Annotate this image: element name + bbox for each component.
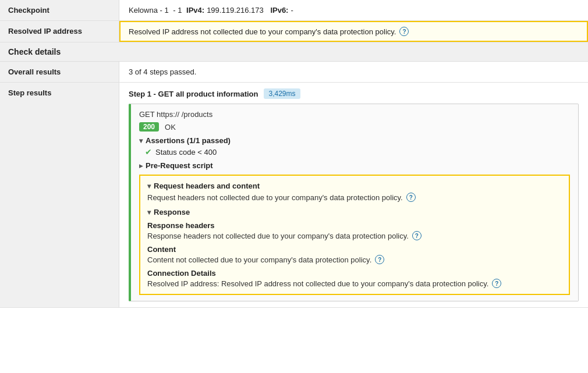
response-subheader: Response bbox=[147, 208, 562, 216]
assertions-section: Assertions (1/1 passed) ✔ Status code < … bbox=[139, 136, 570, 157]
connection-details-help-icon[interactable]: ? bbox=[492, 279, 501, 288]
resolved-ip-text: Resolved IP address not collected due to… bbox=[129, 27, 396, 36]
assertion-check-icon: ✔ bbox=[145, 147, 152, 157]
ipv4-label: IPv4: bbox=[186, 6, 204, 15]
response-headers-help-icon[interactable]: ? bbox=[412, 231, 421, 240]
response-header-text: Response bbox=[154, 208, 190, 216]
response-headers-policy-text: Response headers not collected due to yo… bbox=[147, 232, 409, 240]
request-headers-subheader: Request headers and content bbox=[147, 182, 562, 190]
step-badge: 3,429ms bbox=[264, 88, 300, 99]
pre-request-arrow-icon bbox=[139, 161, 143, 170]
get-url-text: GET https:// /products bbox=[139, 110, 212, 119]
request-headers-policy: Request headers not collected due to you… bbox=[147, 193, 562, 202]
content-label: Content bbox=[147, 245, 562, 254]
request-headers-arrow-icon bbox=[147, 182, 151, 190]
request-headers-policy-text: Request headers not collected due to you… bbox=[147, 193, 403, 202]
pre-request-header-text: Pre-Request script bbox=[146, 161, 213, 170]
request-headers-header-text: Request headers and content bbox=[154, 182, 260, 190]
checkpoint-location: Kelowna - 1 bbox=[129, 6, 169, 15]
checkpoint-value: Kelowna - 1 - 1 IPv4: 199.119.216.173 IP… bbox=[119, 0, 588, 20]
resolved-ip-row: Resolved IP address Resolved IP address … bbox=[0, 21, 588, 42]
resolved-ip-label: Resolved IP address bbox=[0, 21, 119, 42]
step-title: Step 1 - GET all product information bbox=[129, 90, 258, 98]
pre-request-header[interactable]: Pre-Request script bbox=[139, 161, 570, 170]
status-line: 200 OK bbox=[139, 122, 570, 132]
step-results-label: Step results bbox=[0, 83, 119, 307]
connection-details-value: Resolved IP address: Resolved IP address… bbox=[147, 279, 562, 288]
status-code: 200 bbox=[139, 122, 159, 132]
assertions-arrow-icon bbox=[139, 136, 143, 145]
content-help-icon[interactable]: ? bbox=[375, 255, 384, 264]
overall-results-row: Overall results 3 of 4 steps passed. bbox=[0, 62, 588, 83]
response-headers-label: Response headers bbox=[147, 221, 562, 230]
status-text: OK bbox=[165, 123, 176, 132]
step-header: Step 1 - GET all product information 3,4… bbox=[129, 88, 579, 99]
request-headers-help-icon[interactable]: ? bbox=[406, 193, 416, 202]
connection-details-text: Resolved IP address: Resolved IP address… bbox=[147, 279, 488, 288]
step-content-box: GET https:// /products 200 OK Assertions… bbox=[129, 104, 579, 301]
main-container: Checkpoint Kelowna - 1 - 1 IPv4: 199.119… bbox=[0, 0, 588, 373]
connection-details-section: Connection Details Resolved IP address: … bbox=[147, 269, 562, 288]
overall-results-value: 3 of 4 steps passed. bbox=[119, 62, 588, 82]
resolved-ip-value: Resolved IP address not collected due to… bbox=[119, 21, 588, 42]
ipv6-label: IPv6: bbox=[270, 6, 288, 15]
checkpoint-row: Checkpoint Kelowna - 1 - 1 IPv4: 199.119… bbox=[0, 0, 588, 21]
content-policy-text: Content not collected due to your compan… bbox=[147, 255, 371, 264]
ipv6-value: - bbox=[291, 6, 293, 15]
pre-request-section: Pre-Request script bbox=[139, 161, 570, 170]
overall-results-label: Overall results bbox=[0, 62, 119, 82]
content-policy: Content not collected due to your compan… bbox=[147, 255, 562, 264]
step-results-row: Step results Step 1 - GET all product in… bbox=[0, 83, 588, 308]
response-section: Response Response headers Response heade… bbox=[147, 208, 562, 288]
assertion-text: Status code < 400 bbox=[155, 148, 217, 157]
assertions-header[interactable]: Assertions (1/1 passed) bbox=[139, 136, 570, 145]
connection-details-label: Connection Details bbox=[147, 269, 562, 278]
request-headers-section: Request headers and content Request head… bbox=[139, 175, 570, 295]
step-results-value: Step 1 - GET all product information 3,4… bbox=[119, 83, 588, 307]
checkpoint-label: Checkpoint bbox=[0, 0, 119, 20]
assertions-header-text: Assertions (1/1 passed) bbox=[146, 136, 231, 145]
response-headers-policy: Response headers not collected due to yo… bbox=[147, 231, 562, 240]
assertion-item: ✔ Status code < 400 bbox=[139, 147, 570, 157]
ipv4-value: 199.119.216.173 bbox=[207, 6, 264, 15]
get-url: GET https:// /products bbox=[139, 110, 570, 119]
resolved-ip-help-icon[interactable]: ? bbox=[399, 27, 409, 36]
response-arrow-icon bbox=[147, 208, 151, 216]
check-details-header: Check details bbox=[0, 42, 588, 62]
